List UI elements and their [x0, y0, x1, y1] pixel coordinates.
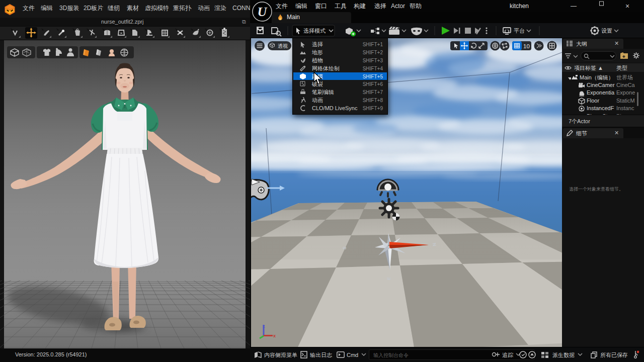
svg-text:x: x — [273, 333, 276, 338]
svg-text:选择模式: 选择模式 — [303, 28, 326, 34]
svg-text:z: z — [263, 324, 265, 329]
svg-text:透视: 透视 — [278, 43, 288, 49]
svg-text:U: U — [258, 5, 268, 19]
svg-text:E: E — [386, 277, 391, 281]
svg-text:10: 10 — [523, 43, 530, 49]
svg-text:设置: 设置 — [601, 28, 612, 34]
svg-text:平台: 平台 — [514, 28, 525, 34]
